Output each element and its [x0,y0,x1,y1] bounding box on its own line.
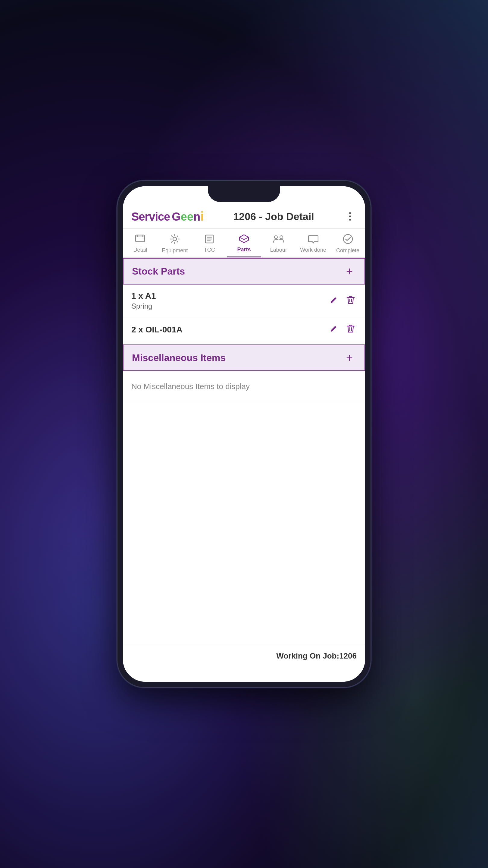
logo-geeni-ee: ee [181,210,193,223]
svg-point-1 [173,237,176,241]
part-info-1: 1 x A1 Spring [131,291,328,310]
main-content: Stock Parts + 1 x A1 Spring [123,258,365,645]
complete-icon [343,234,353,246]
tab-labour[interactable]: Labour [261,229,296,257]
header-title: 1206 - Job Detail [204,211,344,222]
app-logo: Service Geeni [131,209,204,224]
footer-bottom [123,667,365,682]
phone-notch [208,186,280,202]
logo-geeni-g: G [172,210,181,223]
svg-point-4 [280,236,283,239]
tab-equipment-label: Equipment [162,247,188,254]
edit-part-2-button[interactable] [328,324,340,335]
footer-status-text: Working On Job:1206 [276,651,357,660]
part-actions-2 [328,324,357,335]
menu-dot-3 [349,219,351,221]
part-name-1: Spring [131,302,328,310]
tab-bar: Detail Equipment [123,229,365,258]
tab-complete-label: Complete [336,247,359,254]
logo-geeni-ni: n [193,210,200,223]
delete-part-1-button[interactable] [345,296,357,307]
edit-part-1-button[interactable] [328,296,340,306]
labour-icon [273,235,284,245]
tab-complete[interactable]: Complete [330,229,365,257]
equipment-icon [170,234,180,246]
detail-icon [135,235,145,245]
tab-workdone-label: Work done [300,247,326,253]
app-header: Service Geeni 1206 - Job Detail [123,204,365,229]
tab-parts[interactable]: Parts [227,229,261,257]
menu-dot-2 [349,216,351,217]
stock-parts-header: Stock Parts + [123,258,365,284]
part-qty-code-2: 2 x OIL-001A [131,325,328,335]
misc-items-header: Miscellaneous Items + [123,344,365,371]
parts-icon [239,234,249,245]
content-spacer [123,402,365,523]
delete-part-2-button[interactable] [345,324,357,335]
svg-point-5 [344,235,352,244]
svg-point-3 [274,236,278,239]
tab-workdone[interactable]: Work done [296,229,330,257]
part-qty-code-1: 1 x A1 [131,291,328,301]
tab-parts-label: Parts [237,247,251,253]
part-item-1: 1 x A1 Spring [123,284,365,317]
add-stock-part-button[interactable]: + [343,265,356,278]
stock-parts-title: Stock Parts [132,266,185,277]
menu-dot-1 [349,212,351,214]
tab-detail[interactable]: Detail [123,229,158,257]
add-misc-item-button[interactable]: + [343,351,356,364]
tab-tcc-label: TCC [204,247,215,253]
misc-empty-message: No Miscellaneous Items to display [123,371,365,402]
tab-detail-label: Detail [133,247,147,253]
footer-status: Working On Job:1206 [123,645,365,667]
phone-screen: Service Geeni 1206 - Job Detail [123,186,365,682]
part-info-2: 2 x OIL-001A [131,325,328,335]
logo-service-text: Service [131,210,170,223]
tcc-icon [205,235,214,245]
tab-labour-label: Labour [270,247,287,253]
part-item-2: 2 x OIL-001A [123,317,365,342]
phone-frame: Service Geeni 1206 - Job Detail [118,181,370,687]
stock-parts-list: 1 x A1 Spring [123,284,365,342]
tab-tcc[interactable]: TCC [192,229,227,257]
part-actions-1 [328,296,357,307]
logo-dot: i [200,209,204,223]
svg-rect-0 [135,235,144,242]
misc-items-section: Miscellaneous Items + No Miscellaneous I… [123,344,365,402]
header-menu-button[interactable] [344,210,357,223]
misc-items-title: Miscellaneous Items [132,352,226,364]
tab-equipment[interactable]: Equipment [158,229,192,257]
workdone-icon [308,235,318,245]
